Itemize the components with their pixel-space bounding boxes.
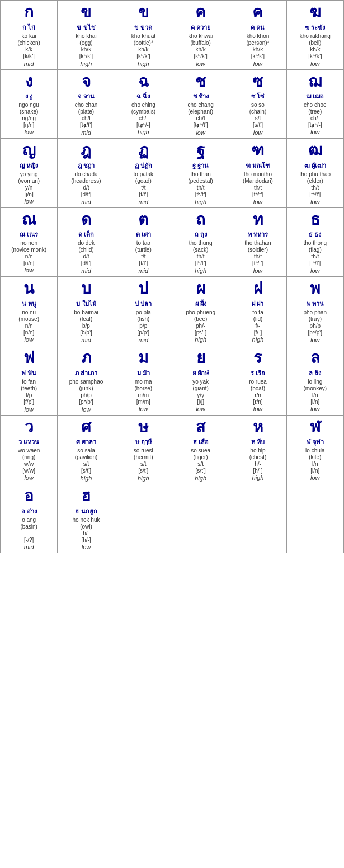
thai-letter: ส	[196, 418, 205, 437]
tone: high	[81, 475, 92, 482]
romanized: so so	[251, 102, 265, 108]
romanized: kho khon	[247, 33, 270, 39]
ipa: [tʰ/t˺]	[309, 260, 321, 267]
phoneme: l/n	[312, 392, 318, 398]
meaning: (mouse)	[18, 316, 39, 322]
thai-name: ร เรือ	[251, 368, 265, 378]
thai-letter: ป	[138, 279, 148, 298]
phoneme: kh/k	[253, 46, 263, 53]
thai-name: ล ลิง	[309, 368, 321, 378]
table-cell: ข ข ขวด kho khuat (bottle)* kh/k [kʰ/k˺]…	[115, 1, 172, 70]
thai-letter: ศ	[81, 418, 91, 437]
romanized: ngo ngu	[19, 102, 39, 108]
thai-name: ฒ ผู้เฒ่า	[304, 161, 326, 171]
table-cell: ธ ธ ธง tho thong (flag) th/t [tʰ/t˺] low	[286, 207, 343, 277]
romanized: to patak	[134, 171, 154, 177]
thai-letter: ช	[195, 72, 206, 91]
meaning: (elder)	[307, 178, 323, 184]
tone: mid	[81, 267, 91, 274]
phoneme: h/-	[83, 530, 89, 536]
ipa: [d/t˺]	[81, 191, 92, 198]
ipa: [pʰ/p˺]	[79, 399, 93, 405]
ipa: [tʰ/t˺]	[252, 191, 263, 198]
phoneme: f/-	[256, 323, 261, 329]
romanized: no nu	[22, 309, 36, 315]
phoneme: d/t	[83, 253, 89, 260]
meaning: (tray)	[309, 316, 322, 322]
ipa: [p/p˺]	[138, 329, 149, 336]
romanized: so ruesi	[134, 447, 153, 454]
phoneme: -	[28, 530, 30, 536]
tone: mid	[138, 199, 148, 205]
table-cell: ล ล ลิง lo ling (monkey) l/n [l/n] low	[286, 346, 343, 415]
phoneme: s/t	[197, 461, 204, 467]
tone: low	[24, 267, 34, 273]
table-cell: ฬ ฬ จุฬา lo chula (kite) l/n [l/n] low	[286, 415, 343, 484]
romanized: kho rakhang	[300, 33, 331, 39]
romanized: lo chula	[305, 447, 324, 454]
thai-letter: ฬ	[310, 418, 321, 437]
ipa: [kʰ/k˺]	[136, 53, 150, 60]
table-cell: ฌ ฌ เฌอ cho choe (tree) ch/- [tɕʰ/-] low	[286, 69, 343, 139]
meaning: (tiger)	[194, 454, 208, 460]
romanized: kho khwai	[188, 33, 213, 39]
thai-name: ป ปลา	[135, 299, 152, 309]
tone: low	[24, 474, 34, 481]
thai-name: ฐ ฐาน	[192, 161, 209, 171]
ipa: [k/k˺]	[23, 53, 34, 60]
table-cell: ท ท ทหาร tho thahan (soldier) th/t [tʰ/t…	[229, 207, 286, 277]
thai-letter: ต	[138, 210, 148, 229]
thai-letter: ฑ	[251, 141, 264, 160]
phoneme: m/m	[138, 392, 149, 398]
tone: high	[252, 336, 264, 343]
table-cell: ฟ ฟ ฟัน fo fan (teeth) f/p [f/p˺] low	[1, 346, 58, 415]
tone: low	[196, 129, 205, 136]
thai-letter: ณ	[22, 210, 36, 229]
table-cell: ง ง งู ngo ngu (snake) ng/ng [ŋ/ŋ] low	[1, 69, 58, 139]
meaning: (junk)	[79, 385, 93, 391]
table-cell: ต ต เต่า to tao (turtle) t/t [t/t˺] mid	[115, 207, 172, 277]
tone: mid	[24, 544, 34, 550]
phoneme: kh/k	[138, 46, 148, 53]
romanized: lo ling	[308, 379, 322, 385]
ipa: [r/n]	[253, 399, 262, 405]
thai-name: ฌ เฌอ	[306, 91, 324, 101]
meaning: (chicken)	[17, 40, 40, 46]
meaning: (lid)	[253, 316, 263, 322]
meaning: (kite)	[309, 454, 321, 460]
tone: low	[310, 60, 320, 67]
thai-name: พ พาน	[307, 299, 324, 309]
thai-letter: บ	[81, 279, 91, 298]
thai-letter: ม	[138, 348, 148, 367]
thai-letter: น	[23, 279, 34, 298]
table-cell: พ พ พาน pho phan (tray) ph/p [pʰ/p˺] low	[286, 277, 343, 346]
tone: high	[195, 199, 206, 205]
phoneme: s/t	[140, 461, 147, 467]
thai-name: ก ไก่	[22, 22, 35, 32]
thai-name: ฬ จุฬา	[307, 437, 324, 447]
table-cell: ฆ ฆ ระฆัง kho rakhang (bell) kh/k [kʰ/k˺…	[286, 1, 343, 70]
romanized: ro ruea	[249, 379, 267, 385]
ipa: [kʰ/k˺]	[79, 53, 93, 60]
thai-name: ส เสือ	[193, 437, 209, 447]
table-cell: บ บ ใบไม้ bo baimai (leaf) b/p [b/p˺] mi…	[58, 277, 115, 346]
romanized: tho than	[191, 171, 211, 177]
thai-letter: ถ	[196, 210, 205, 229]
tone: low	[310, 267, 320, 274]
phoneme: r/n	[255, 392, 261, 398]
ipa: [m/m]	[136, 399, 150, 405]
thai-letter: ซ	[252, 72, 263, 91]
thai-name: ณ เณร	[20, 229, 38, 239]
romanized: so sala	[77, 447, 95, 454]
thai-name: ผ ผึ้ง	[195, 299, 206, 309]
ipa: [t/t˺]	[139, 191, 148, 198]
meaning: (Mandodari)	[243, 178, 273, 184]
phoneme: n/n	[25, 323, 33, 329]
ipa: [kʰ/k˺]	[308, 53, 322, 60]
tone: low	[24, 406, 34, 413]
table-cell: ภ ภ สำเภา pho samphao (junk) ph/p [pʰ/p˺…	[58, 346, 115, 415]
tone: high	[252, 474, 264, 481]
table-cell: ช ช ช้าง cho chang (elephant) ch/t [tɕʰ/…	[172, 69, 229, 139]
meaning: (leaf)	[80, 316, 93, 322]
thai-name: ต เต่า	[136, 229, 151, 239]
